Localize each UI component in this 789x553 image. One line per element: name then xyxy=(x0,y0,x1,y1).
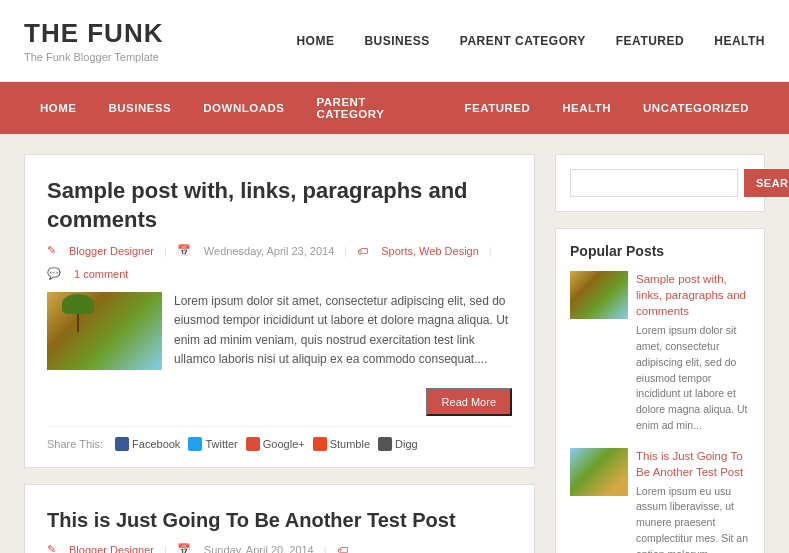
nav-parent-category[interactable]: PARENT CATEGORY xyxy=(300,82,448,134)
share-digg-label: Digg xyxy=(395,438,418,450)
content-area: Sample post with, links, paragraphs and … xyxy=(0,134,789,553)
popular-post-2-title[interactable]: This is Just Going To Be Another Test Po… xyxy=(636,448,750,480)
main-navigation: HOME BUSINESS DOWNLOADS PARENT CATEGORY … xyxy=(0,82,789,134)
post-1-body: Lorem ipsum dolor sit amet, consectetur … xyxy=(47,292,512,370)
author-icon: ✎ xyxy=(47,244,56,257)
top-nav-home[interactable]: HOME xyxy=(296,34,334,48)
popular-posts-title: Popular Posts xyxy=(570,243,750,259)
popular-post-1-excerpt: Lorem ipsum dolor sit amet, consectetur … xyxy=(636,323,750,433)
post-2-meta: ✎ Blogger Designer | 📅 Sunday, April 20,… xyxy=(47,543,512,553)
nav-featured[interactable]: FEATURED xyxy=(449,88,547,128)
stumble-icon xyxy=(313,437,327,451)
nav-downloads[interactable]: DOWNLOADS xyxy=(187,88,300,128)
post-1-author[interactable]: Blogger Designer xyxy=(69,245,154,257)
site-subtitle: The Funk Blogger Template xyxy=(24,51,163,63)
search-button[interactable]: SEARCH xyxy=(744,169,789,197)
post-1-comments[interactable]: 1 comment xyxy=(74,268,128,280)
comment-icon: 💬 xyxy=(47,267,61,280)
digg-icon xyxy=(378,437,392,451)
post-2-author[interactable]: Blogger Designer xyxy=(69,544,154,553)
popular-post-2: This is Just Going To Be Another Test Po… xyxy=(570,448,750,553)
top-nav-featured[interactable]: FEATURED xyxy=(616,34,684,48)
site-title[interactable]: THE FUNK xyxy=(24,18,163,49)
popular-posts-widget: Popular Posts Sample post with, links, p… xyxy=(555,228,765,553)
search-input[interactable] xyxy=(570,169,738,197)
share-stumble[interactable]: Stumble xyxy=(313,437,370,451)
googleplus-icon xyxy=(246,437,260,451)
share-googleplus[interactable]: Google+ xyxy=(246,437,305,451)
share-bar-1: Share This: Facebook Twitter Google+ Stu… xyxy=(47,426,512,451)
read-more-button-1[interactable]: Read More xyxy=(426,388,512,416)
category-icon: 🏷 xyxy=(357,245,368,257)
share-googleplus-label: Google+ xyxy=(263,438,305,450)
share-label: Share This: xyxy=(47,438,103,450)
share-twitter-label: Twitter xyxy=(205,438,237,450)
facebook-icon xyxy=(115,437,129,451)
share-facebook[interactable]: Facebook xyxy=(115,437,180,451)
post-2-title[interactable]: This is Just Going To Be Another Test Po… xyxy=(47,507,512,533)
post-card-2: This is Just Going To Be Another Test Po… xyxy=(24,484,535,553)
post-1-categories[interactable]: Sports, Web Design xyxy=(381,245,479,257)
post-1-title[interactable]: Sample post with, links, paragraphs and … xyxy=(47,177,512,234)
nav-health[interactable]: HEALTH xyxy=(546,88,627,128)
date-icon-2: 📅 xyxy=(177,543,191,553)
nav-home[interactable]: HOME xyxy=(24,88,93,128)
sidebar: SEARCH Popular Posts Sample post with, l… xyxy=(555,154,765,553)
site-header: THE FUNK The Funk Blogger Template HOME … xyxy=(0,0,789,82)
post-card-1: Sample post with, links, paragraphs and … xyxy=(24,154,535,468)
main-content: Sample post with, links, paragraphs and … xyxy=(24,154,535,553)
nav-uncategorized[interactable]: UNCATEGORIZED xyxy=(627,88,765,128)
popular-thumb-2 xyxy=(570,448,628,496)
top-navigation: HOME BUSINESS PARENT CATEGORY FEATURED H… xyxy=(296,34,765,48)
site-branding: THE FUNK The Funk Blogger Template xyxy=(24,18,163,63)
share-digg[interactable]: Digg xyxy=(378,437,418,451)
popular-thumb-1 xyxy=(570,271,628,319)
post-1-excerpt: Lorem ipsum dolor sit amet, consectetur … xyxy=(174,292,512,370)
popular-post-1-title[interactable]: Sample post with, links, paragraphs and … xyxy=(636,271,750,319)
top-nav-health[interactable]: HEALTH xyxy=(714,34,765,48)
author-icon-2: ✎ xyxy=(47,543,56,553)
share-facebook-label: Facebook xyxy=(132,438,180,450)
nav-business[interactable]: BUSINESS xyxy=(93,88,188,128)
post-1-thumbnail xyxy=(47,292,162,370)
popular-post-2-excerpt: Lorem ipsum eu usu assum liberavisse, ut… xyxy=(636,484,750,553)
share-stumble-label: Stumble xyxy=(330,438,370,450)
post-2-date: Sunday, April 20, 2014 xyxy=(204,544,314,553)
category-icon-2: 🏷 xyxy=(337,544,348,553)
share-twitter[interactable]: Twitter xyxy=(188,437,237,451)
post-1-meta: ✎ Blogger Designer | 📅 Wednesday, April … xyxy=(47,244,512,280)
twitter-icon xyxy=(188,437,202,451)
date-icon: 📅 xyxy=(177,244,191,257)
search-box: SEARCH xyxy=(555,154,765,212)
top-nav-business[interactable]: BUSINESS xyxy=(364,34,429,48)
post-1-date: Wednesday, April 23, 2014 xyxy=(204,245,334,257)
top-nav-parent-category[interactable]: PARENT CATEGORY xyxy=(460,34,586,48)
popular-post-1: Sample post with, links, paragraphs and … xyxy=(570,271,750,434)
